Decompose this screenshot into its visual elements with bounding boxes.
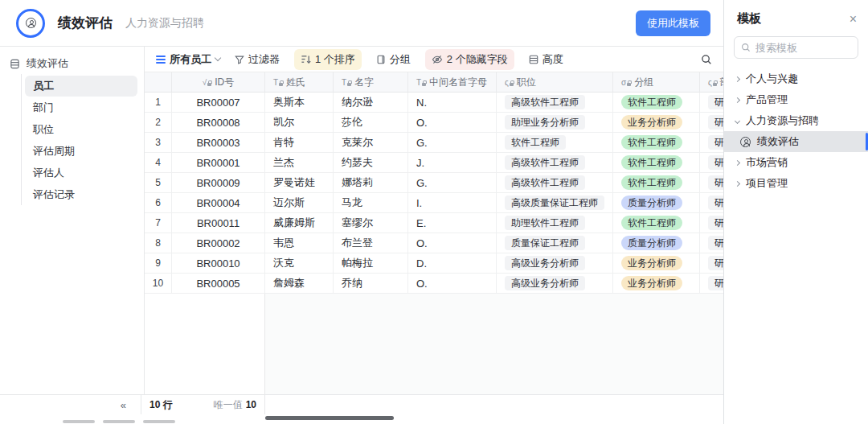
table-row[interactable]: 8BR00002韦恩布兰登O.质量保证工程师质量分析师研发 (145, 233, 723, 253)
cell-middle-initial[interactable]: N. (408, 93, 497, 112)
cell-last-name[interactable]: 詹姆森 (265, 274, 334, 293)
cell-group[interactable]: 软件工程师 (613, 213, 700, 233)
template-item-performance-review[interactable]: 绩效评估 (724, 131, 868, 152)
cell-group[interactable]: 质量分析师 (613, 193, 700, 212)
header-id[interactable]: √ ID号 (172, 72, 265, 92)
cell-last-name[interactable]: 韦恩 (265, 233, 334, 253)
cell-group[interactable]: 业务分析师 (613, 113, 700, 132)
cell-position[interactable]: 助理软件工程师 (497, 213, 613, 233)
cell-id[interactable]: BR00011 (172, 213, 265, 233)
cell-last-name[interactable]: 肯特 (265, 133, 334, 152)
sidebar-table-item[interactable]: 员工 (25, 76, 137, 97)
sidebar-table-item[interactable]: 评估周期 (25, 141, 137, 162)
group-button[interactable]: 分组 (376, 52, 411, 67)
sort-button[interactable]: 1 个排序 (294, 49, 362, 70)
cell-id[interactable]: BR00004 (172, 193, 265, 212)
hidden-fields-button[interactable]: 2 个隐藏字段 (425, 49, 514, 70)
cell-first-name[interactable]: 马龙 (334, 193, 408, 212)
cell-middle-initial[interactable]: J. (408, 153, 497, 172)
close-icon[interactable]: × (850, 13, 857, 26)
cell-middle-initial[interactable]: E. (408, 213, 497, 233)
cell-first-name[interactable]: 莎伦 (334, 113, 408, 132)
cell-position[interactable]: 高级业务分析师 (497, 274, 613, 293)
header-first-name[interactable]: T 名字 (334, 72, 408, 92)
cell-group[interactable]: 质量分析师 (613, 233, 700, 253)
cell-middle-initial[interactable]: I. (408, 193, 497, 212)
cell-group[interactable]: 软件工程师 (613, 133, 700, 152)
sidebar-root-base[interactable]: 绩效评估 (0, 53, 144, 74)
cell-department[interactable]: 研发 (700, 253, 723, 273)
filter-button[interactable]: 过滤器 (235, 52, 280, 67)
table-row[interactable]: 10BR00005詹姆森乔纳O.高级业务分析师业务分析师研发 (145, 274, 723, 294)
cell-middle-initial[interactable]: O. (408, 233, 497, 253)
cell-group[interactable]: 软件工程师 (613, 93, 700, 112)
cell-middle-initial[interactable]: G. (408, 173, 497, 192)
cell-department[interactable]: 研发 (700, 213, 723, 233)
cell-id[interactable]: BR00001 (172, 153, 265, 172)
cell-first-name[interactable]: 布兰登 (334, 233, 408, 253)
cell-last-name[interactable]: 罗曼诺娃 (265, 173, 334, 192)
cell-position[interactable]: 质量保证工程师 (497, 233, 613, 253)
cell-position[interactable]: 助理业务分析师 (497, 113, 613, 132)
search-button[interactable] (701, 54, 712, 65)
template-search-box[interactable] (734, 36, 858, 59)
cell-department[interactable]: 研发 (700, 274, 723, 293)
cell-group[interactable]: 软件工程师 (613, 173, 700, 192)
cell-first-name[interactable]: 纳尔逊 (334, 93, 408, 112)
cell-last-name[interactable]: 沃克 (265, 253, 334, 273)
cell-group[interactable]: 业务分析师 (613, 274, 700, 293)
table-row[interactable]: 5BR00009罗曼诺娃娜塔莉G.高级软件工程师软件工程师研发 (145, 173, 723, 193)
use-template-button[interactable]: 使用此模板 (636, 10, 710, 36)
table-row[interactable]: 3BR00003肯特克莱尔G.软件工程师软件工程师研发 (145, 133, 723, 153)
cell-middle-initial[interactable]: D. (408, 253, 497, 273)
cell-group[interactable]: 软件工程师 (613, 153, 700, 172)
sidebar-table-item[interactable]: 职位 (25, 119, 137, 140)
cell-first-name[interactable]: 约瑟夫 (334, 153, 408, 172)
sidebar-table-item[interactable]: 部门 (25, 97, 137, 118)
category-hr-recruiting[interactable]: 人力资源与招聘 (724, 110, 868, 131)
cell-last-name[interactable]: 迈尔斯 (265, 193, 334, 212)
header-middle-initial[interactable]: T 中间名首字母 (408, 72, 497, 92)
table-row[interactable]: 1BR00007奥斯本纳尔逊N.高级软件工程师软件工程师研发 (145, 93, 723, 113)
sidebar-table-item[interactable]: 评估人 (25, 163, 137, 183)
category-personal-interests[interactable]: 个人与兴趣 (724, 68, 868, 89)
cell-id[interactable]: BR00003 (172, 133, 265, 152)
cell-first-name[interactable]: 乔纳 (334, 274, 408, 293)
cell-last-name[interactable]: 奥斯本 (265, 93, 334, 112)
cell-department[interactable]: 研发 (700, 93, 723, 112)
cell-group[interactable]: 业务分析师 (613, 253, 700, 273)
view-switcher[interactable]: 所有员工 (156, 52, 220, 67)
template-search-input[interactable] (755, 42, 851, 54)
cell-last-name[interactable]: 威廉姆斯 (265, 213, 334, 233)
cell-id[interactable]: BR00002 (172, 233, 265, 253)
sidebar-table-item[interactable]: 评估记录 (25, 184, 137, 205)
cell-department[interactable]: 研发 (700, 133, 723, 152)
cell-department[interactable]: 研发 (700, 153, 723, 172)
cell-id[interactable]: BR00007 (172, 93, 265, 112)
table-row[interactable]: 9BR00010沃克帕梅拉D.高级业务分析师业务分析师研发 (145, 253, 723, 274)
cell-first-name[interactable]: 克莱尔 (334, 133, 408, 152)
header-group[interactable]: σ 分组 (613, 72, 700, 92)
horizontal-scrollbar-thumb[interactable] (265, 416, 394, 420)
cell-first-name[interactable]: 帕梅拉 (334, 253, 408, 273)
category-project-management[interactable]: 项目管理 (724, 173, 868, 194)
cell-position[interactable]: 软件工程师 (497, 133, 613, 152)
cell-first-name[interactable]: 塞缪尔 (334, 213, 408, 233)
cell-department[interactable]: 研发 (700, 193, 723, 212)
cell-last-name[interactable]: 凯尔 (265, 113, 334, 132)
category-marketing[interactable]: 市场营销 (724, 152, 868, 173)
cell-position[interactable]: 高级软件工程师 (497, 173, 613, 192)
cell-last-name[interactable]: 兰杰 (265, 153, 334, 172)
cell-position[interactable]: 高级软件工程师 (497, 153, 613, 172)
category-product-management[interactable]: 产品管理 (724, 89, 868, 110)
table-row[interactable]: 2BR00008凯尔莎伦O.助理业务分析师业务分析师研发 (145, 113, 723, 133)
cell-middle-initial[interactable]: O. (408, 113, 497, 132)
cell-department[interactable]: 研发 (700, 173, 723, 192)
table-row[interactable]: 7BR00011威廉姆斯塞缪尔E.助理软件工程师软件工程师研发 (145, 213, 723, 233)
row-height-button[interactable]: 高度 (529, 52, 563, 67)
cell-position[interactable]: 高级业务分析师 (497, 253, 613, 273)
table-row[interactable]: 6BR00004迈尔斯马龙I.高级质量保证工程师质量分析师研发 (145, 193, 723, 213)
header-last-name[interactable]: T 姓氏 (265, 72, 334, 92)
collapse-sidebar-button[interactable]: « (0, 395, 141, 414)
cell-position[interactable]: 高级软件工程师 (497, 93, 613, 112)
